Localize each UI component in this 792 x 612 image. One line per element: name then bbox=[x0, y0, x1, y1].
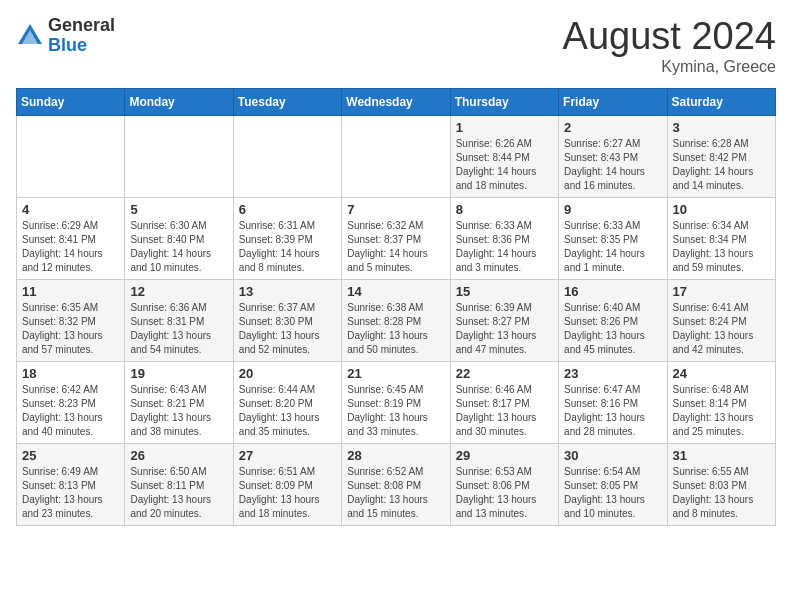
weekday-header: Friday bbox=[559, 88, 667, 115]
day-info: Sunrise: 6:46 AM Sunset: 8:17 PM Dayligh… bbox=[456, 383, 553, 439]
day-number: 11 bbox=[22, 284, 119, 299]
calendar-cell: 28Sunrise: 6:52 AM Sunset: 8:08 PM Dayli… bbox=[342, 443, 450, 525]
calendar-cell: 13Sunrise: 6:37 AM Sunset: 8:30 PM Dayli… bbox=[233, 279, 341, 361]
calendar-cell: 31Sunrise: 6:55 AM Sunset: 8:03 PM Dayli… bbox=[667, 443, 775, 525]
logo-icon bbox=[16, 22, 44, 50]
calendar-cell: 5Sunrise: 6:30 AM Sunset: 8:40 PM Daylig… bbox=[125, 197, 233, 279]
calendar-cell: 21Sunrise: 6:45 AM Sunset: 8:19 PM Dayli… bbox=[342, 361, 450, 443]
day-number: 16 bbox=[564, 284, 661, 299]
day-info: Sunrise: 6:32 AM Sunset: 8:37 PM Dayligh… bbox=[347, 219, 444, 275]
calendar-cell: 14Sunrise: 6:38 AM Sunset: 8:28 PM Dayli… bbox=[342, 279, 450, 361]
day-info: Sunrise: 6:44 AM Sunset: 8:20 PM Dayligh… bbox=[239, 383, 336, 439]
day-info: Sunrise: 6:29 AM Sunset: 8:41 PM Dayligh… bbox=[22, 219, 119, 275]
day-number: 22 bbox=[456, 366, 553, 381]
day-info: Sunrise: 6:48 AM Sunset: 8:14 PM Dayligh… bbox=[673, 383, 770, 439]
calendar-cell: 11Sunrise: 6:35 AM Sunset: 8:32 PM Dayli… bbox=[17, 279, 125, 361]
day-number: 23 bbox=[564, 366, 661, 381]
calendar-cell: 30Sunrise: 6:54 AM Sunset: 8:05 PM Dayli… bbox=[559, 443, 667, 525]
day-number: 5 bbox=[130, 202, 227, 217]
calendar-cell: 8Sunrise: 6:33 AM Sunset: 8:36 PM Daylig… bbox=[450, 197, 558, 279]
day-info: Sunrise: 6:40 AM Sunset: 8:26 PM Dayligh… bbox=[564, 301, 661, 357]
calendar-cell: 22Sunrise: 6:46 AM Sunset: 8:17 PM Dayli… bbox=[450, 361, 558, 443]
day-number: 25 bbox=[22, 448, 119, 463]
weekday-header: Tuesday bbox=[233, 88, 341, 115]
title-block: August 2024 Kymina, Greece bbox=[563, 16, 776, 76]
month-year: August 2024 bbox=[563, 16, 776, 58]
calendar-cell bbox=[342, 115, 450, 197]
calendar-cell bbox=[233, 115, 341, 197]
calendar-cell: 18Sunrise: 6:42 AM Sunset: 8:23 PM Dayli… bbox=[17, 361, 125, 443]
day-number: 3 bbox=[673, 120, 770, 135]
day-number: 29 bbox=[456, 448, 553, 463]
day-number: 14 bbox=[347, 284, 444, 299]
day-number: 6 bbox=[239, 202, 336, 217]
day-info: Sunrise: 6:33 AM Sunset: 8:35 PM Dayligh… bbox=[564, 219, 661, 275]
day-info: Sunrise: 6:26 AM Sunset: 8:44 PM Dayligh… bbox=[456, 137, 553, 193]
day-number: 9 bbox=[564, 202, 661, 217]
day-number: 20 bbox=[239, 366, 336, 381]
logo-text: General Blue bbox=[48, 16, 115, 56]
calendar-cell bbox=[17, 115, 125, 197]
day-info: Sunrise: 6:31 AM Sunset: 8:39 PM Dayligh… bbox=[239, 219, 336, 275]
calendar-cell: 1Sunrise: 6:26 AM Sunset: 8:44 PM Daylig… bbox=[450, 115, 558, 197]
day-number: 24 bbox=[673, 366, 770, 381]
day-info: Sunrise: 6:27 AM Sunset: 8:43 PM Dayligh… bbox=[564, 137, 661, 193]
day-info: Sunrise: 6:28 AM Sunset: 8:42 PM Dayligh… bbox=[673, 137, 770, 193]
day-number: 2 bbox=[564, 120, 661, 135]
day-info: Sunrise: 6:42 AM Sunset: 8:23 PM Dayligh… bbox=[22, 383, 119, 439]
calendar-cell: 15Sunrise: 6:39 AM Sunset: 8:27 PM Dayli… bbox=[450, 279, 558, 361]
day-number: 15 bbox=[456, 284, 553, 299]
page-header: General Blue August 2024 Kymina, Greece bbox=[16, 16, 776, 76]
day-info: Sunrise: 6:45 AM Sunset: 8:19 PM Dayligh… bbox=[347, 383, 444, 439]
weekday-row: SundayMondayTuesdayWednesdayThursdayFrid… bbox=[17, 88, 776, 115]
calendar-week-row: 18Sunrise: 6:42 AM Sunset: 8:23 PM Dayli… bbox=[17, 361, 776, 443]
weekday-header: Wednesday bbox=[342, 88, 450, 115]
calendar-cell: 2Sunrise: 6:27 AM Sunset: 8:43 PM Daylig… bbox=[559, 115, 667, 197]
weekday-header: Sunday bbox=[17, 88, 125, 115]
weekday-header: Thursday bbox=[450, 88, 558, 115]
weekday-header: Monday bbox=[125, 88, 233, 115]
day-info: Sunrise: 6:34 AM Sunset: 8:34 PM Dayligh… bbox=[673, 219, 770, 275]
day-number: 1 bbox=[456, 120, 553, 135]
day-number: 18 bbox=[22, 366, 119, 381]
calendar-cell: 4Sunrise: 6:29 AM Sunset: 8:41 PM Daylig… bbox=[17, 197, 125, 279]
day-info: Sunrise: 6:30 AM Sunset: 8:40 PM Dayligh… bbox=[130, 219, 227, 275]
location: Kymina, Greece bbox=[563, 58, 776, 76]
calendar-cell: 6Sunrise: 6:31 AM Sunset: 8:39 PM Daylig… bbox=[233, 197, 341, 279]
calendar-cell: 19Sunrise: 6:43 AM Sunset: 8:21 PM Dayli… bbox=[125, 361, 233, 443]
day-info: Sunrise: 6:55 AM Sunset: 8:03 PM Dayligh… bbox=[673, 465, 770, 521]
calendar-header: SundayMondayTuesdayWednesdayThursdayFrid… bbox=[17, 88, 776, 115]
day-number: 27 bbox=[239, 448, 336, 463]
day-info: Sunrise: 6:52 AM Sunset: 8:08 PM Dayligh… bbox=[347, 465, 444, 521]
day-number: 28 bbox=[347, 448, 444, 463]
calendar-week-row: 1Sunrise: 6:26 AM Sunset: 8:44 PM Daylig… bbox=[17, 115, 776, 197]
calendar-cell: 12Sunrise: 6:36 AM Sunset: 8:31 PM Dayli… bbox=[125, 279, 233, 361]
day-info: Sunrise: 6:41 AM Sunset: 8:24 PM Dayligh… bbox=[673, 301, 770, 357]
calendar-week-row: 4Sunrise: 6:29 AM Sunset: 8:41 PM Daylig… bbox=[17, 197, 776, 279]
day-number: 21 bbox=[347, 366, 444, 381]
logo: General Blue bbox=[16, 16, 115, 56]
calendar-cell: 3Sunrise: 6:28 AM Sunset: 8:42 PM Daylig… bbox=[667, 115, 775, 197]
day-info: Sunrise: 6:53 AM Sunset: 8:06 PM Dayligh… bbox=[456, 465, 553, 521]
day-info: Sunrise: 6:50 AM Sunset: 8:11 PM Dayligh… bbox=[130, 465, 227, 521]
day-number: 12 bbox=[130, 284, 227, 299]
day-info: Sunrise: 6:54 AM Sunset: 8:05 PM Dayligh… bbox=[564, 465, 661, 521]
calendar-cell: 7Sunrise: 6:32 AM Sunset: 8:37 PM Daylig… bbox=[342, 197, 450, 279]
day-info: Sunrise: 6:39 AM Sunset: 8:27 PM Dayligh… bbox=[456, 301, 553, 357]
day-info: Sunrise: 6:37 AM Sunset: 8:30 PM Dayligh… bbox=[239, 301, 336, 357]
calendar-cell: 25Sunrise: 6:49 AM Sunset: 8:13 PM Dayli… bbox=[17, 443, 125, 525]
day-info: Sunrise: 6:49 AM Sunset: 8:13 PM Dayligh… bbox=[22, 465, 119, 521]
day-info: Sunrise: 6:47 AM Sunset: 8:16 PM Dayligh… bbox=[564, 383, 661, 439]
weekday-header: Saturday bbox=[667, 88, 775, 115]
calendar-cell: 9Sunrise: 6:33 AM Sunset: 8:35 PM Daylig… bbox=[559, 197, 667, 279]
day-number: 30 bbox=[564, 448, 661, 463]
calendar-cell: 10Sunrise: 6:34 AM Sunset: 8:34 PM Dayli… bbox=[667, 197, 775, 279]
day-number: 17 bbox=[673, 284, 770, 299]
calendar-table: SundayMondayTuesdayWednesdayThursdayFrid… bbox=[16, 88, 776, 526]
day-number: 13 bbox=[239, 284, 336, 299]
day-number: 19 bbox=[130, 366, 227, 381]
calendar-week-row: 25Sunrise: 6:49 AM Sunset: 8:13 PM Dayli… bbox=[17, 443, 776, 525]
day-number: 31 bbox=[673, 448, 770, 463]
calendar-cell: 23Sunrise: 6:47 AM Sunset: 8:16 PM Dayli… bbox=[559, 361, 667, 443]
calendar-cell: 26Sunrise: 6:50 AM Sunset: 8:11 PM Dayli… bbox=[125, 443, 233, 525]
